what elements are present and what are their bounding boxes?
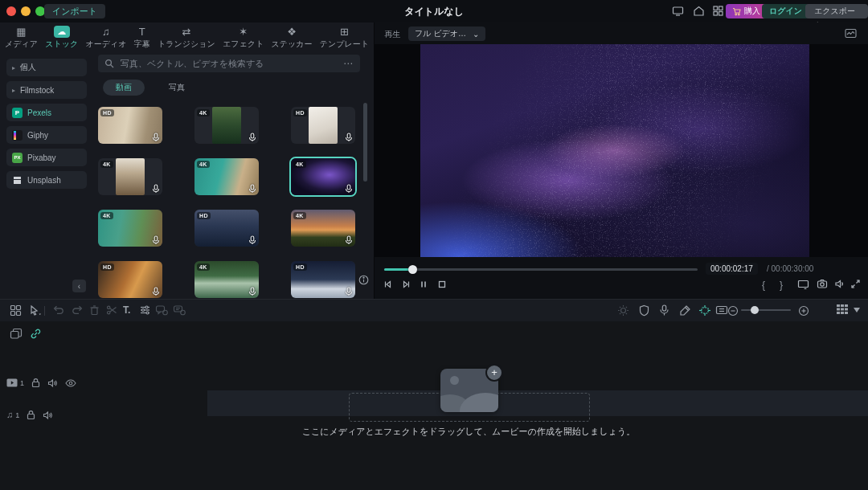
lock-track-icon[interactable] (27, 410, 35, 420)
stock-video-thumbnail[interactable]: HD (194, 210, 259, 247)
home-icon[interactable] (693, 5, 705, 17)
stock-source-item[interactable]: Pexels (6, 104, 87, 121)
total-timecode: / 00:00:30:00 (767, 263, 813, 275)
snapshot-camera-icon[interactable] (817, 279, 828, 289)
track-manager-icon[interactable] (836, 304, 849, 316)
has-audio-mic-icon (248, 133, 256, 142)
stock-video-thumbnail[interactable]: HD (98, 261, 162, 298)
seek-bar[interactable] (384, 268, 698, 271)
media-type-filter[interactable]: 動画 (103, 80, 145, 96)
media-tab[interactable]: ✶ エフェクト (223, 26, 264, 50)
lock-track-icon[interactable] (31, 378, 40, 388)
login-button[interactable]: ログイン (762, 4, 809, 18)
voiceover-mic-icon[interactable] (659, 304, 669, 316)
stock-video-thumbnail[interactable]: 4K (98, 158, 162, 195)
stop-button[interactable] (436, 279, 448, 290)
media-tab[interactable]: ⇄ トランジション (158, 26, 215, 50)
fullscreen-icon[interactable] (850, 279, 861, 289)
delete-icon[interactable] (89, 304, 100, 316)
text-tool-icon[interactable]: T. (123, 304, 130, 316)
layered-clips-icon[interactable] (10, 328, 23, 340)
stock-video-thumbnail[interactable]: 4K (194, 261, 259, 298)
media-tab[interactable]: ☁ ストック (45, 26, 78, 50)
track-manager-caret-icon[interactable] (854, 308, 860, 312)
zoom-in-icon[interactable] (798, 305, 809, 316)
stock-source-label: Unsplash (27, 176, 61, 185)
media-tab[interactable]: T 字幕 (134, 26, 150, 50)
export-button[interactable]: エクスポート (805, 4, 868, 18)
stock-source-item[interactable]: ▸ Filmstock (6, 81, 87, 99)
resolution-badge: HD (100, 263, 114, 271)
seek-handle[interactable] (408, 265, 417, 274)
media-tab[interactable]: ▦ メディア (5, 26, 38, 50)
toolbar-divider (44, 306, 45, 316)
stock-video-thumbnail[interactable]: 4K (291, 158, 355, 195)
undo-icon[interactable] (52, 304, 64, 315)
video-stage (375, 44, 868, 257)
mark-out-button[interactable]: } (780, 280, 783, 291)
media-type-filter[interactable]: 写真 (156, 80, 198, 96)
stock-video-thumbnail[interactable]: HD (291, 107, 355, 144)
resolution-badge: 4K (100, 212, 113, 219)
pointer-tool-icon[interactable] (29, 304, 42, 316)
media-browser-icon[interactable] (10, 304, 22, 316)
media-tab[interactable]: ⊞ テンプレート (320, 26, 369, 50)
buy-button[interactable]: 購入 (726, 4, 767, 18)
preview-video-frame[interactable] (420, 44, 809, 257)
display-mode-icon[interactable] (672, 5, 684, 17)
mirror-display-icon[interactable] (797, 279, 809, 290)
redo-icon[interactable] (72, 304, 84, 315)
search-more-icon[interactable]: ⋯ (343, 58, 354, 69)
stock-video-thumbnail[interactable]: 4K (291, 210, 355, 247)
mute-track-icon[interactable] (47, 378, 58, 388)
audio-track-icon: ♫ (6, 410, 13, 419)
stock-source-item[interactable]: Giphy (6, 126, 87, 144)
timeline-area[interactable]: 1 ♫ 1 (0, 321, 868, 490)
layout-grid-icon[interactable] (712, 5, 724, 17)
render-preview-icon[interactable] (617, 304, 629, 316)
text-to-speech-icon[interactable] (173, 304, 186, 316)
speech-to-text-icon[interactable] (155, 304, 168, 316)
collapse-sidebar-button[interactable]: ‹ (72, 280, 86, 292)
zoom-slider-handle[interactable] (751, 306, 759, 314)
stock-video-thumbnail[interactable]: 4K (98, 210, 162, 247)
mute-track-icon[interactable] (43, 410, 53, 420)
video-scope-icon[interactable] (845, 28, 857, 39)
link-clips-icon[interactable] (30, 328, 42, 340)
resolution-badge: 4K (197, 161, 210, 168)
quick-edit-brush-icon[interactable] (679, 304, 691, 316)
volume-icon[interactable] (834, 279, 845, 289)
magnetic-snap-icon[interactable] (698, 304, 711, 316)
search-input[interactable] (119, 58, 338, 69)
previous-frame-button[interactable] (383, 279, 394, 290)
stock-video-thumbnail[interactable]: 4K (194, 158, 259, 195)
marker-icon[interactable] (715, 304, 728, 316)
media-tab-icon: ⇄ (179, 26, 194, 38)
hide-track-eye-icon[interactable] (65, 379, 76, 387)
playback-quality-dropdown[interactable]: フル ビデオ… ⌄ (408, 27, 485, 41)
thumbnail-scrollbar[interactable] (363, 103, 367, 182)
media-tab-label: エフェクト (223, 39, 264, 50)
timeline-zoom-slider[interactable] (741, 309, 791, 311)
split-scissors-icon[interactable] (106, 304, 117, 316)
stock-source-item[interactable]: ▸ 個人 (6, 59, 87, 76)
media-tab[interactable]: ♫ オーディオ (86, 26, 127, 50)
pause-button[interactable] (418, 279, 429, 290)
resolution-badge: HD (197, 212, 211, 219)
shield-mask-icon[interactable] (639, 304, 649, 316)
media-tab[interactable]: ❖ ステッカー (272, 26, 313, 50)
source-logo-icon (12, 153, 23, 163)
info-icon[interactable] (358, 275, 369, 285)
stock-source-label: Pixabay (27, 153, 56, 162)
stock-source-item[interactable]: Pixabay (6, 149, 87, 166)
media-tab-icon: ✶ (236, 26, 251, 38)
zoom-out-icon[interactable] (727, 305, 739, 316)
stock-video-thumbnail[interactable]: 4K (194, 107, 259, 144)
mark-in-button[interactable]: { (762, 280, 765, 291)
stock-video-thumbnail[interactable]: HD (98, 107, 162, 144)
stock-source-item[interactable]: Unsplash (6, 171, 87, 189)
stock-video-thumbnail[interactable]: HD (291, 261, 355, 298)
next-frame-button[interactable] (400, 279, 411, 290)
add-media-plus-icon[interactable]: + (485, 364, 503, 382)
adjust-sliders-icon[interactable] (139, 304, 151, 316)
